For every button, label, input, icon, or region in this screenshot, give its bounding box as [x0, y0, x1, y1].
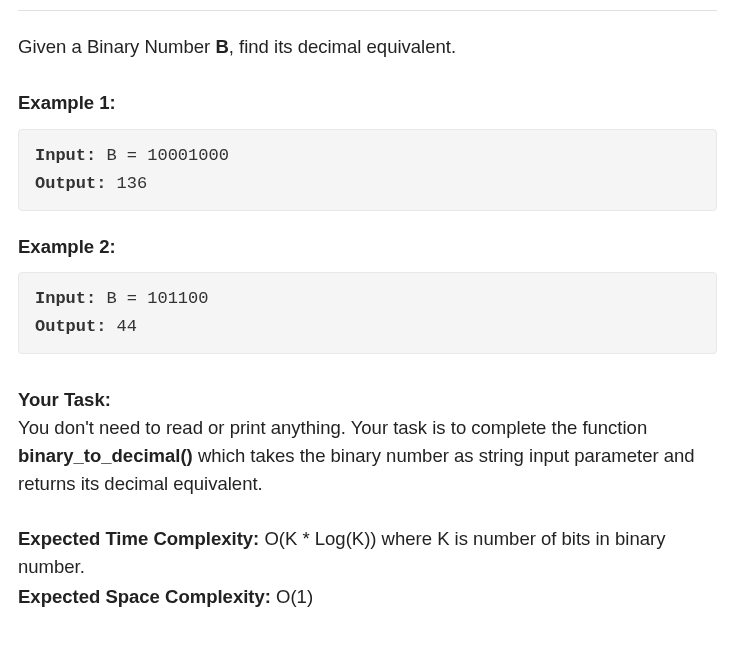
example2-output-value: 44 — [106, 317, 137, 336]
intro-suffix: , find its decimal equivalent. — [229, 36, 456, 57]
your-task-section: Your Task: You don't need to read or pri… — [18, 386, 717, 497]
example1-output-value: 136 — [106, 174, 147, 193]
intro-prefix: Given a Binary Number — [18, 36, 215, 57]
time-complexity-label: Expected Time Complexity: — [18, 528, 259, 549]
example1-input-label: Input: — [35, 146, 96, 165]
space-complexity-value: O(1) — [271, 586, 313, 607]
example2-input-line: Input: B = 101100 — [35, 285, 700, 313]
example1-output-line: Output: 136 — [35, 170, 700, 198]
intro-bold: B — [215, 36, 228, 57]
problem-content: Given a Binary Number B, find its decima… — [18, 10, 717, 611]
time-complexity-line: Expected Time Complexity: O(K * Log(K)) … — [18, 525, 717, 581]
task-func-name: binary_to_decimal() — [18, 445, 193, 466]
example1-output-label: Output: — [35, 174, 106, 193]
example2-output-line: Output: 44 — [35, 313, 700, 341]
example2-input-value: B = 101100 — [96, 289, 208, 308]
task-text-before: You don't need to read or print anything… — [18, 417, 647, 438]
space-complexity-label: Expected Space Complexity: — [18, 586, 271, 607]
example2-output-label: Output: — [35, 317, 106, 336]
example1-input-line: Input: B = 10001000 — [35, 142, 700, 170]
example1-input-value: B = 10001000 — [96, 146, 229, 165]
complexity-section: Expected Time Complexity: O(K * Log(K)) … — [18, 525, 717, 610]
example2-heading: Example 2: — [18, 233, 717, 261]
example2-input-label: Input: — [35, 289, 96, 308]
problem-intro: Given a Binary Number B, find its decima… — [18, 33, 717, 61]
your-task-heading: Your Task: — [18, 386, 717, 414]
space-complexity-line: Expected Space Complexity: O(1) — [18, 583, 717, 611]
example1-codeblock: Input: B = 10001000 Output: 136 — [18, 129, 717, 211]
example1-heading: Example 1: — [18, 89, 717, 117]
example2-codeblock: Input: B = 101100 Output: 44 — [18, 272, 717, 354]
your-task-text: You don't need to read or print anything… — [18, 414, 717, 497]
